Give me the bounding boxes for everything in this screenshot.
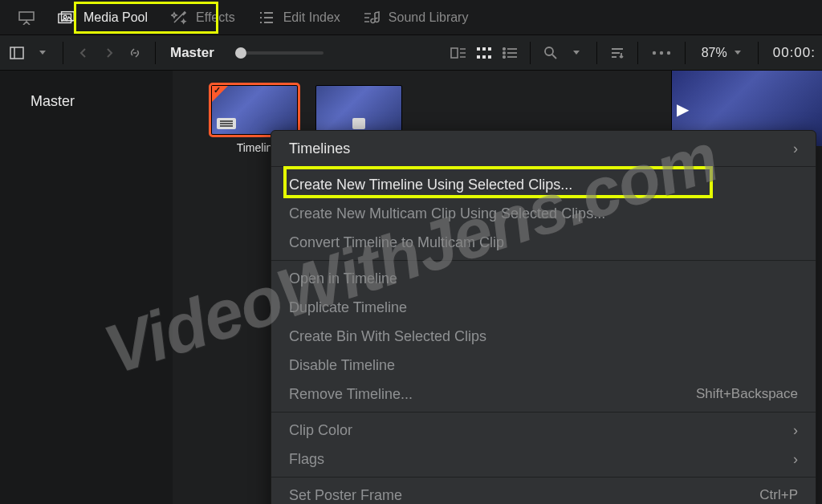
ctx-label: Flags <box>289 451 324 468</box>
chevron-right-icon: › <box>793 422 798 439</box>
presentation-icon <box>18 10 35 25</box>
nav-back-button[interactable] <box>73 43 94 63</box>
top-tab-bar: Media Pool Effects Edit Index Sound Libr… <box>0 0 822 35</box>
svg-rect-9 <box>477 55 480 59</box>
ctx-label: Create New Timeline Using Selected Clips… <box>289 177 572 193</box>
tab-label: Sound Library <box>389 10 469 25</box>
svg-point-13 <box>503 51 505 53</box>
more-options-button[interactable] <box>648 43 675 63</box>
search-button[interactable] <box>540 43 561 63</box>
tab-sound-library[interactable]: Sound Library <box>352 3 480 32</box>
media-pool-icon <box>58 10 75 25</box>
tab-edit-index[interactable]: Edit Index <box>246 3 352 32</box>
ctx-label: Disable Timeline <box>289 357 395 374</box>
tab-label: Edit Index <box>283 10 340 25</box>
ctx-remove-timeline[interactable]: Remove Timeline... Shift+Backspace <box>271 380 816 408</box>
ctx-label: Create Bin With Selected Clips <box>289 328 486 345</box>
thumbnail-size-slider[interactable] <box>235 51 324 55</box>
chevron-right-icon: › <box>793 140 798 157</box>
ctx-convert-multicam[interactable]: Convert Timeline to Multicam Clip <box>271 228 816 257</box>
timeline-badge-icon <box>217 118 236 129</box>
separator <box>63 42 63 64</box>
separator <box>596 42 597 64</box>
svg-rect-10 <box>482 55 486 59</box>
separator <box>637 42 638 64</box>
svg-rect-5 <box>451 48 458 58</box>
ctx-label: Timelines <box>289 140 350 157</box>
link-icon[interactable] <box>124 43 145 63</box>
search-dropdown[interactable] <box>566 43 587 63</box>
svg-rect-8 <box>488 47 491 51</box>
ctx-open-in-timeline[interactable]: Open in Timeline <box>271 264 816 293</box>
zoom-value: 87% <box>702 46 727 60</box>
svg-rect-4 <box>10 47 23 59</box>
shortcut-label: Ctrl+P <box>759 487 798 503</box>
svg-point-17 <box>660 51 663 54</box>
ctx-label: Open in Timeline <box>289 270 397 287</box>
chevron-down-icon <box>734 50 742 56</box>
svg-point-18 <box>667 51 670 54</box>
timecode-display: 00:00: <box>768 45 816 61</box>
svg-rect-6 <box>477 47 480 51</box>
bin-sidebar: Master <box>0 71 173 504</box>
separator <box>155 42 156 64</box>
edit-index-icon <box>258 10 275 25</box>
breadcrumb-master[interactable]: Master <box>170 45 214 61</box>
zoom-control[interactable]: 87% <box>695 46 748 60</box>
view-thumbnail-button[interactable] <box>474 43 494 63</box>
tab-effects[interactable]: Effects <box>159 3 246 32</box>
ctx-flags[interactable]: Flags › <box>271 445 816 474</box>
svg-point-16 <box>653 51 656 54</box>
separator <box>271 477 816 478</box>
ctx-set-poster-frame[interactable]: Set Poster Frame Ctrl+P <box>271 481 816 504</box>
separator <box>758 42 759 64</box>
svg-point-12 <box>503 47 505 49</box>
separator <box>271 260 816 261</box>
svg-rect-11 <box>488 55 491 59</box>
sort-button[interactable] <box>607 43 628 63</box>
ctx-label: Convert Timeline to Multicam Clip <box>289 234 504 251</box>
context-menu: Timelines › Create New Timeline Using Se… <box>271 130 816 504</box>
nav-forward-button[interactable] <box>99 43 120 63</box>
ctx-label: Create New Multicam Clip Using Selected … <box>289 205 605 222</box>
separator <box>271 412 816 413</box>
svg-rect-0 <box>19 12 34 20</box>
ctx-clip-color[interactable]: Clip Color › <box>271 416 816 445</box>
ctx-label: Duplicate Timeline <box>289 299 407 316</box>
separator <box>530 42 531 64</box>
view-metadata-button[interactable] <box>448 43 469 63</box>
clip-badge-icon <box>352 118 365 129</box>
ctx-disable-timeline[interactable]: Disable Timeline <box>271 351 816 380</box>
svg-point-14 <box>503 55 505 57</box>
svg-point-15 <box>545 47 553 55</box>
ctx-label: Remove Timeline... <box>289 386 413 403</box>
ctx-create-bin[interactable]: Create Bin With Selected Clips <box>271 322 816 351</box>
ctx-label: Clip Color <box>289 422 352 439</box>
ctx-duplicate-timeline[interactable]: Duplicate Timeline <box>271 293 816 322</box>
secondary-toolbar: Master 87% 00:00: <box>0 35 822 71</box>
ctx-create-new-timeline[interactable]: Create New Timeline Using Selected Clips… <box>271 170 816 199</box>
panel-layout-button[interactable] <box>6 43 27 63</box>
separator <box>271 166 816 167</box>
thumbnail-image: ✓ <box>211 85 298 135</box>
play-icon: ▶ <box>677 100 689 119</box>
tab-preview[interactable] <box>6 3 47 32</box>
tab-media-pool[interactable]: Media Pool <box>47 3 159 32</box>
tab-label: Media Pool <box>83 10 148 25</box>
layout-dropdown[interactable] <box>32 43 53 63</box>
effects-icon <box>170 10 188 25</box>
clip-name: Timelin <box>237 141 273 154</box>
svg-rect-7 <box>482 47 486 51</box>
tab-label: Effects <box>196 10 235 25</box>
sidebar-item-master[interactable]: Master <box>0 88 173 115</box>
ctx-label: Set Poster Frame <box>289 487 402 504</box>
chevron-right-icon: › <box>793 451 798 468</box>
check-icon: ✓ <box>214 85 221 96</box>
thumbnail-image <box>315 85 402 135</box>
slider-knob[interactable] <box>235 47 246 59</box>
ctx-create-multicam[interactable]: Create New Multicam Clip Using Selected … <box>271 199 816 228</box>
ctx-timelines[interactable]: Timelines › <box>271 134 816 163</box>
separator <box>685 42 686 64</box>
sound-library-icon <box>363 10 380 25</box>
view-list-button[interactable] <box>499 43 520 63</box>
